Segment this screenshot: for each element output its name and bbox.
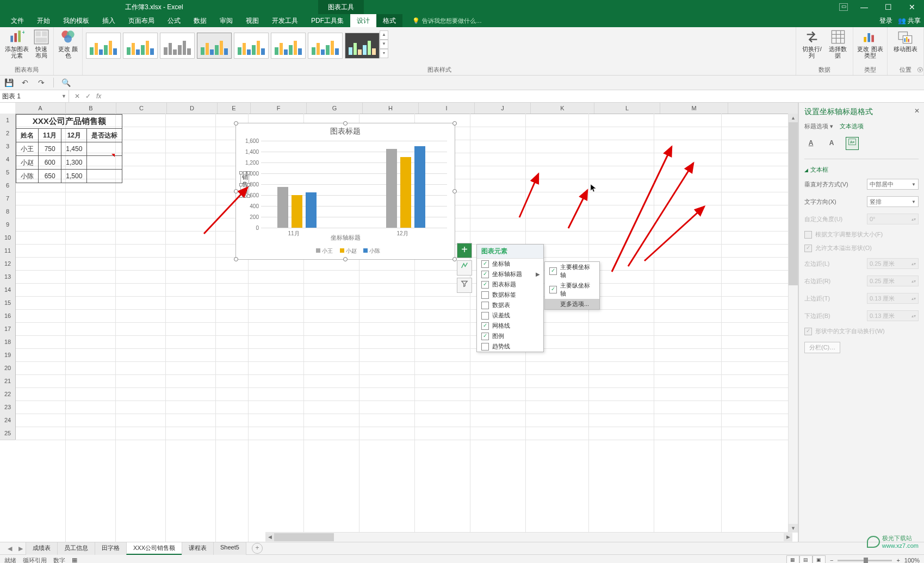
submenu-item[interactable]: ✓主要横坐标轴 xyxy=(545,262,599,280)
scroll-down-icon[interactable]: ▼ xyxy=(380,40,388,49)
chart-elements-button[interactable]: + xyxy=(457,243,472,258)
view-page-break-icon[interactable]: ▣ xyxy=(813,555,826,563)
tab-data[interactable]: 数据 xyxy=(187,14,213,27)
row-header-5[interactable]: 5 xyxy=(0,166,16,179)
bar-12月-小王[interactable] xyxy=(386,149,397,228)
comment-indicator-icon[interactable] xyxy=(111,154,115,157)
tab-developer[interactable]: 开发工具 xyxy=(265,14,305,27)
tab-home[interactable]: 开始 xyxy=(30,14,57,27)
tab-insert[interactable]: 插入 xyxy=(96,14,122,27)
title-options-link[interactable]: 标题选项 ▾ xyxy=(804,122,833,130)
tab-file[interactable]: 文件 xyxy=(4,14,30,27)
tab-page-layout[interactable]: 页面布局 xyxy=(122,14,161,27)
tab-formulas[interactable]: 公式 xyxy=(161,14,187,27)
tab-design[interactable]: 设计 xyxy=(350,14,376,27)
row-header-11[interactable]: 11 xyxy=(0,244,16,258)
ribbon-display-icon[interactable]: ▭ xyxy=(839,3,848,11)
bar-11月-小陈[interactable] xyxy=(306,192,317,228)
row-header-7[interactable]: 7 xyxy=(0,192,16,205)
sheet-tab[interactable]: 成绩表 xyxy=(26,542,58,555)
add-chart-element-button[interactable]: + 添加图表 元素 xyxy=(3,29,30,59)
horizontal-scrollbar[interactable]: ◀▶ xyxy=(265,532,792,542)
submenu-item[interactable]: ✓主要纵坐标轴 xyxy=(545,280,599,299)
tab-my-templates[interactable]: 我的模板 xyxy=(57,14,96,27)
chart-style-4[interactable] xyxy=(197,33,232,59)
cancel-formula-icon[interactable]: ✕ xyxy=(75,92,80,100)
move-chart-button[interactable]: 移动图表 xyxy=(891,29,920,52)
sheet-tab[interactable]: 田字格 xyxy=(95,542,127,555)
text-effects-icon[interactable]: A xyxy=(825,137,838,150)
checkbox-icon[interactable]: ✓ xyxy=(481,322,489,330)
checkbox-icon[interactable]: ✓ xyxy=(549,286,557,293)
change-chart-type-button[interactable]: 更改 图表类型 xyxy=(857,29,884,59)
row-header-13[interactable]: 13 xyxy=(0,270,16,284)
sheet-tab[interactable]: 员工信息 xyxy=(57,542,95,555)
col-header-C[interactable]: C xyxy=(116,103,167,114)
checkbox-icon[interactable]: ✓ xyxy=(481,271,489,278)
col-header-I[interactable]: I xyxy=(419,103,475,114)
checkbox-icon[interactable]: ✓ xyxy=(549,267,557,275)
row-header-12[interactable]: 12 xyxy=(0,257,16,271)
row-header-21[interactable]: 21 xyxy=(0,374,16,388)
chart-style-gallery[interactable] xyxy=(86,29,380,59)
view-page-layout-icon[interactable]: ▤ xyxy=(799,555,813,563)
pane-close-icon[interactable]: ✕ xyxy=(914,107,920,115)
row-header-16[interactable]: 16 xyxy=(0,309,16,323)
row-header-17[interactable]: 17 xyxy=(0,322,16,336)
checkbox-icon[interactable] xyxy=(481,343,489,351)
checkbox-icon[interactable]: ✓ xyxy=(481,281,489,289)
name-box[interactable]: 图表 1 ▼ xyxy=(0,90,69,102)
col-header-K[interactable]: K xyxy=(531,103,594,114)
chart-legend[interactable]: 小王 小赵 小陈 xyxy=(236,247,455,255)
save-icon[interactable]: 💾 xyxy=(4,78,13,87)
close-button[interactable]: ✕ xyxy=(900,0,924,14)
col-header-A[interactable]: A xyxy=(15,103,66,114)
chart-element-item[interactable]: ✓图表标题 xyxy=(477,279,543,290)
worksheet-grid[interactable]: ABCDEFGHIJKLM 12345678910111213141516171… xyxy=(0,103,798,542)
col-header-E[interactable]: E xyxy=(218,103,251,114)
tab-view[interactable]: 视图 xyxy=(239,14,265,27)
col-header-F[interactable]: F xyxy=(251,103,307,114)
bar-11月-小赵[interactable] xyxy=(292,195,302,228)
zoom-level[interactable]: 100% xyxy=(904,557,920,563)
undo-icon[interactable]: ↶ xyxy=(21,78,29,87)
row-header-6[interactable]: 6 xyxy=(0,179,16,192)
tab-pdf[interactable]: PDF工具集 xyxy=(305,14,350,27)
row-header-4[interactable]: 4 xyxy=(0,153,16,166)
quick-layout-button[interactable]: 快速布局 xyxy=(33,29,50,59)
zoom-in-button[interactable]: + xyxy=(896,557,900,563)
textbox-section[interactable]: ◢文本框 xyxy=(804,166,919,174)
checkbox-icon[interactable]: ✓ xyxy=(481,333,489,340)
row-header-24[interactable]: 24 xyxy=(0,414,16,427)
checkbox-icon[interactable] xyxy=(481,291,489,299)
row-header-25[interactable]: 25 xyxy=(0,427,16,440)
scroll-more-icon[interactable]: ▾ xyxy=(380,49,388,58)
zoom-slider[interactable] xyxy=(838,560,892,561)
enter-formula-icon[interactable]: ✓ xyxy=(85,92,91,100)
chart-styles-button[interactable] xyxy=(457,260,472,276)
vertical-scrollbar[interactable]: ▲▼ xyxy=(788,114,798,533)
chart-element-item[interactable]: 数据标签 xyxy=(477,290,543,300)
chart-container[interactable]: 图表标题 销售额 02004006008001,0001,2001,4001,6… xyxy=(235,123,455,260)
row-header-14[interactable]: 14 xyxy=(0,283,16,297)
chart-style-7[interactable] xyxy=(308,33,343,59)
row-header-18[interactable]: 18 xyxy=(0,335,16,349)
tab-format[interactable]: 格式 xyxy=(376,14,402,27)
chart-style-8[interactable] xyxy=(345,33,380,59)
select-data-button[interactable]: 选择数据 xyxy=(826,29,849,59)
tab-review[interactable]: 审阅 xyxy=(213,14,239,27)
checkbox-icon[interactable] xyxy=(481,302,489,309)
row-header-23[interactable]: 23 xyxy=(0,401,16,414)
chart-element-item[interactable]: ✓坐标轴 xyxy=(477,259,543,269)
status-record-icon[interactable]: ▦ xyxy=(72,556,77,564)
sheet-nav-prev-icon[interactable]: ◀ xyxy=(4,545,15,552)
bar-12月-小赵[interactable] xyxy=(400,157,411,228)
name-box-dropdown-icon[interactable]: ▼ xyxy=(61,93,66,99)
formula-input[interactable] xyxy=(107,90,924,102)
sheet-tab[interactable]: XXX公司销售额 xyxy=(126,542,182,555)
tell-me[interactable]: 💡告诉我您想要做什么… xyxy=(412,14,482,27)
bar-12月-小陈[interactable] xyxy=(414,146,425,228)
login-link[interactable]: 登录 xyxy=(879,14,892,27)
bar-11月-小王[interactable] xyxy=(277,187,288,228)
minimize-button[interactable]: — xyxy=(852,0,876,14)
